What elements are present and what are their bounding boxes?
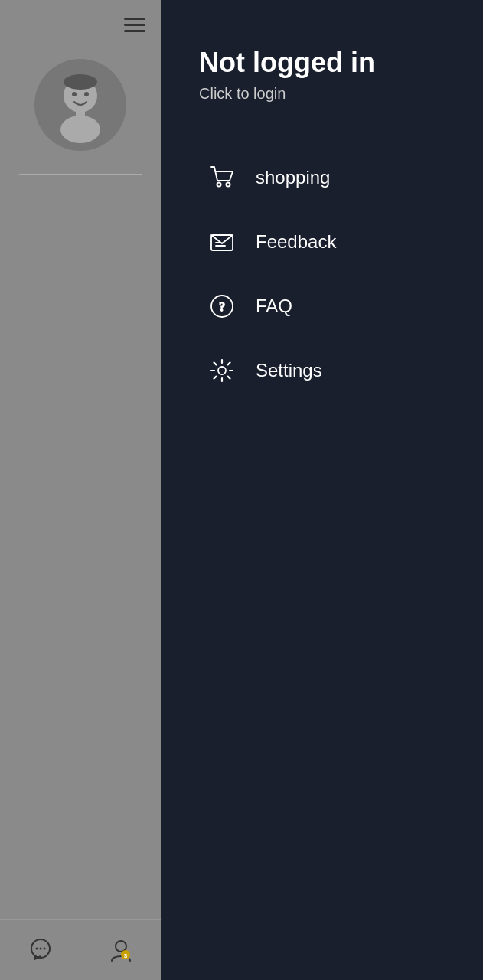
svg-point-1 — [64, 74, 97, 90]
sidebar-divider — [19, 174, 142, 175]
svg-point-14 — [227, 183, 230, 187]
cart-icon — [207, 162, 237, 193]
drawer-panel: Not logged in Click to login shopping — [161, 0, 483, 980]
shopping-menu-item[interactable]: shopping — [199, 149, 452, 207]
click-to-login-text: Click to login — [199, 85, 452, 103]
svg-point-10 — [116, 941, 126, 952]
chat-nav-button[interactable] — [27, 936, 54, 964]
login-section[interactable]: Not logged in Click to login — [199, 46, 452, 103]
avatar[interactable] — [34, 59, 126, 151]
settings-label: Settings — [256, 360, 322, 381]
profile-nav-button[interactable]: $ — [107, 936, 135, 964]
svg-point-20 — [218, 367, 226, 374]
faq-menu-item[interactable]: ? FAQ — [199, 277, 452, 335]
svg-point-2 — [72, 92, 77, 96]
feedback-label: Feedback — [256, 231, 336, 253]
drawer-menu-items: shopping Feedback — [199, 149, 452, 400]
svg-point-7 — [35, 947, 38, 949]
faq-icon: ? — [207, 291, 237, 322]
svg-text:?: ? — [219, 300, 224, 313]
not-logged-in-title: Not logged in — [199, 46, 452, 79]
svg-point-3 — [84, 92, 89, 96]
sidebar — [0, 0, 161, 980]
svg-point-8 — [39, 947, 41, 949]
svg-point-13 — [217, 183, 221, 187]
feedback-icon — [207, 227, 237, 257]
settings-icon — [207, 355, 237, 386]
svg-text:$: $ — [123, 952, 127, 959]
svg-point-4 — [60, 116, 100, 143]
shopping-label: shopping — [256, 167, 330, 188]
faq-label: FAQ — [256, 296, 292, 317]
feedback-menu-item[interactable]: Feedback — [199, 213, 452, 271]
bottom-nav: $ — [0, 919, 161, 980]
settings-menu-item[interactable]: Settings — [199, 341, 452, 400]
svg-rect-5 — [76, 111, 85, 119]
menu-icon[interactable] — [124, 14, 145, 36]
svg-point-9 — [43, 947, 45, 949]
